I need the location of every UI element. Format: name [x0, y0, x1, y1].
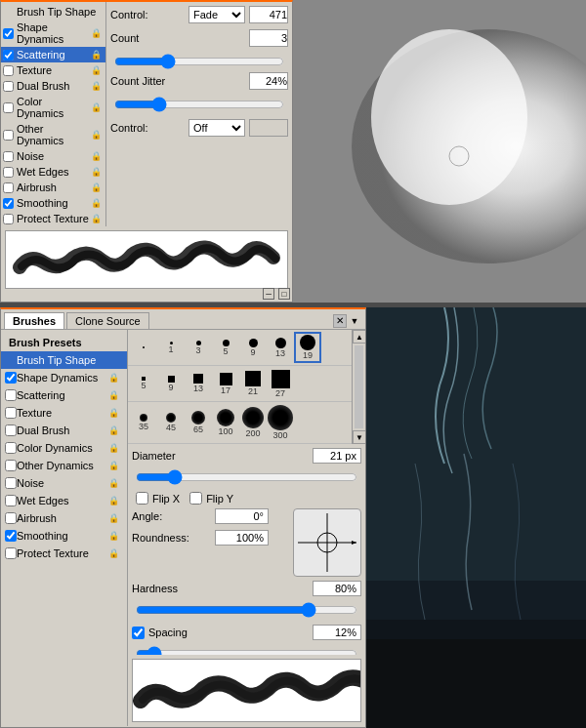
sidebar-noise-check[interactable]: [5, 477, 17, 489]
top-sidebar-wet-edges[interactable]: Wet Edges 🔒: [1, 164, 105, 180]
color-dynamics-check-top[interactable]: [3, 102, 14, 113]
sidebar-item-noise[interactable]: Noise 🔒: [1, 474, 127, 492]
count-label: Count: [110, 32, 188, 44]
flip-y-check[interactable]: [189, 492, 202, 505]
flip-x-label[interactable]: Flip X: [152, 493, 180, 505]
sidebar-item-protect-texture[interactable]: Protect Texture 🔒: [1, 545, 127, 562]
brush-cell-65[interactable]: 65: [185, 404, 212, 441]
top-sidebar-brush-tip[interactable]: Brush Tip Shape: [1, 4, 105, 20]
canvas-top-inner[interactable]: [293, 0, 586, 303]
scroll-down-btn[interactable]: ▼: [353, 430, 365, 444]
top-sidebar-noise[interactable]: Noise 🔒: [1, 148, 105, 164]
sidebar-smoothing-check[interactable]: [5, 530, 17, 542]
sidebar-item-airbrush[interactable]: Airbrush 🔒: [1, 509, 127, 527]
sidebar-item-other-dynamics[interactable]: Other Dynamics 🔒: [1, 457, 127, 474]
brush-cell-9b[interactable]: 9: [157, 368, 185, 399]
canvas-bottom-inner[interactable]: [366, 307, 586, 728]
control-select-top[interactable]: Fade: [188, 6, 245, 23]
airbrush-check-top[interactable]: [3, 182, 14, 193]
angle-value[interactable]: [215, 508, 269, 524]
tab-brushes[interactable]: Brushes: [4, 312, 64, 329]
scroll-up-btn[interactable]: ▲: [353, 330, 365, 344]
panel-maximize-btn-top[interactable]: □: [278, 288, 290, 300]
brush-cell-19[interactable]: 19: [294, 332, 321, 363]
wet-edges-check-top[interactable]: [3, 167, 14, 178]
brush-cell-45[interactable]: 45: [157, 404, 185, 441]
top-sidebar-other-dynamics[interactable]: Other Dynamics 🔒: [1, 121, 105, 148]
dual-brush-check-top[interactable]: [3, 81, 14, 92]
count-slider[interactable]: [114, 55, 284, 68]
dual-brush-lock: 🔒: [91, 81, 102, 91]
spacing-check[interactable]: [132, 627, 145, 639]
sidebar-item-dual-brush[interactable]: Dual Brush 🔒: [1, 422, 127, 439]
panel-minimize-btn-top[interactable]: ─: [263, 288, 274, 300]
count-jitter-slider[interactable]: [114, 98, 284, 111]
top-sidebar-dual-brush[interactable]: Dual Brush 🔒: [1, 78, 105, 94]
other-dynamics-check-top[interactable]: [3, 130, 14, 141]
sidebar-protect-texture-check[interactable]: [5, 547, 17, 559]
brush-cell-27[interactable]: 27: [267, 368, 294, 399]
brush-cell-21[interactable]: 21: [239, 368, 267, 399]
top-sidebar-color-dynamics[interactable]: Color Dynamics 🔒: [1, 94, 105, 121]
control-number-top[interactable]: 471: [249, 6, 288, 23]
brush-cell-200[interactable]: 200: [239, 404, 267, 441]
top-sidebar-texture[interactable]: Texture 🔒: [1, 62, 105, 78]
brush-cell-9[interactable]: 9: [239, 332, 267, 363]
roundness-value[interactable]: [215, 530, 269, 546]
control2-select[interactable]: Off: [188, 119, 245, 137]
spacing-slider[interactable]: [136, 647, 357, 655]
sidebar-color-dynamics-check[interactable]: [5, 442, 17, 454]
sidebar-item-color-dynamics[interactable]: Color Dynamics 🔒: [1, 439, 127, 457]
top-sidebar-scattering[interactable]: Scattering 🔒: [1, 47, 105, 62]
brush-cell-35[interactable]: 35: [130, 404, 157, 441]
brush-cell-13b[interactable]: 13: [185, 368, 212, 399]
top-sidebar-airbrush[interactable]: Airbrush 🔒: [1, 180, 105, 195]
spacing-row: Spacing 12%: [132, 625, 361, 640]
flip-x-check[interactable]: [136, 492, 148, 505]
sidebar-texture-check[interactable]: [5, 407, 17, 419]
sidebar-item-smoothing[interactable]: Smoothing 🔒: [1, 527, 127, 545]
texture-check-top[interactable]: [3, 65, 14, 76]
top-sidebar-other-dynamics-label: Other Dynamics: [17, 123, 91, 146]
diameter-slider[interactable]: [136, 470, 357, 484]
count-jitter-value[interactable]: [249, 72, 288, 90]
panel-menu-btn[interactable]: ▼: [347, 314, 362, 328]
brush-cell-dot1[interactable]: [130, 332, 157, 363]
sidebar-item-texture[interactable]: Texture 🔒: [1, 404, 127, 422]
top-sidebar-shape-dynamics[interactable]: Shape Dynamics 🔒: [1, 20, 105, 47]
sidebar-texture-label: Texture: [17, 407, 52, 419]
sidebar-other-dynamics-check[interactable]: [5, 460, 17, 471]
sidebar-scattering-check[interactable]: [5, 389, 17, 401]
sidebar-item-wet-edges[interactable]: Wet Edges 🔒: [1, 492, 127, 509]
sidebar-color-dynamics-lock: 🔒: [108, 443, 119, 453]
hardness-slider[interactable]: [136, 603, 357, 617]
sidebar-item-scattering[interactable]: Scattering 🔒: [1, 386, 127, 404]
angle-widget[interactable]: [293, 508, 361, 577]
tab-clone-source[interactable]: Clone Source: [66, 312, 149, 329]
sidebar-item-shape-dynamics[interactable]: Shape Dynamics 🔒: [1, 369, 127, 386]
brush-cell-3[interactable]: 3: [185, 332, 212, 363]
sidebar-shape-dynamics-check[interactable]: [5, 372, 17, 384]
scattering-check-top[interactable]: [3, 50, 14, 61]
sidebar-item-brush-tip[interactable]: Brush Tip Shape: [1, 351, 127, 369]
sidebar-airbrush-check[interactable]: [5, 512, 17, 524]
sidebar-dual-brush-check[interactable]: [5, 425, 17, 436]
top-sidebar-smoothing[interactable]: Smoothing 🔒: [1, 195, 105, 211]
flip-y-label[interactable]: Flip Y: [206, 493, 233, 505]
top-sidebar-texture-label: Texture: [17, 64, 52, 76]
brush-cell-5b[interactable]: 5: [130, 368, 157, 399]
brush-cell-5[interactable]: 5: [212, 332, 239, 363]
brush-cell-300[interactable]: 300: [267, 404, 294, 441]
shape-dynamics-check[interactable]: [3, 28, 14, 39]
panel-close-btn[interactable]: ✕: [333, 314, 347, 328]
count-value[interactable]: [249, 29, 288, 47]
sidebar-wet-edges-check[interactable]: [5, 495, 17, 506]
protect-texture-check-top[interactable]: [3, 214, 14, 224]
brush-cell-100[interactable]: 100: [212, 404, 239, 441]
smoothing-check-top[interactable]: [3, 198, 14, 209]
top-sidebar-protect-texture[interactable]: Protect Texture 🔒: [1, 211, 105, 226]
noise-check-top[interactable]: [3, 151, 14, 162]
brush-cell-1[interactable]: 1: [157, 332, 185, 363]
brush-cell-17[interactable]: 17: [212, 368, 239, 399]
brush-cell-13[interactable]: 13: [267, 332, 294, 363]
